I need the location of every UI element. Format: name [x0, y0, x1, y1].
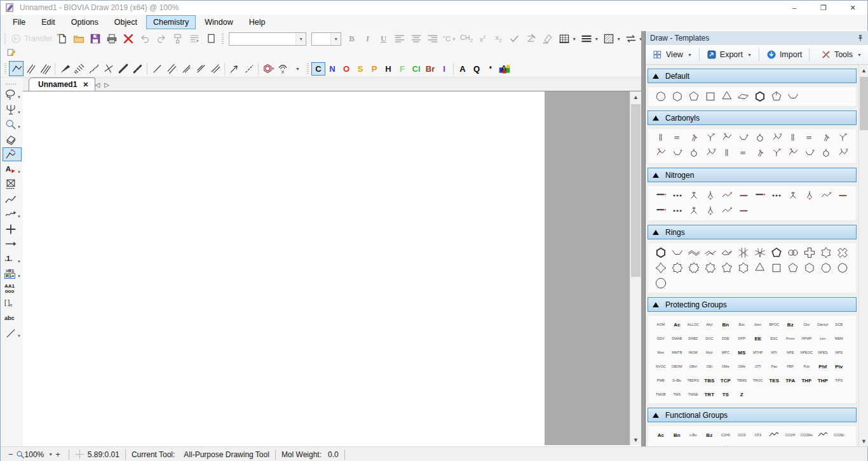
template-thp[interactable]: THP — [815, 378, 831, 384]
tools-button[interactable]: Tools ▼ — [817, 48, 865, 62]
template-hydroxylamine[interactable] — [702, 203, 719, 218]
template-diazonium[interactable] — [702, 188, 719, 203]
template-obom[interactable]: OBOM — [669, 364, 686, 368]
template-bpoc[interactable]: BPOC — [766, 323, 783, 326]
all-purpose-drawing-tool[interactable] — [9, 61, 24, 76]
template-anhydride[interactable] — [752, 146, 768, 161]
template-hydrazone[interactable] — [686, 203, 702, 218]
template-ac[interactable]: Ac — [653, 432, 669, 438]
template-co2me[interactable]: CO2Me — [799, 433, 815, 437]
template-troc[interactable]: TROC — [750, 378, 766, 382]
template-cyanamide[interactable] — [752, 188, 768, 203]
section-header-default[interactable]: Default — [648, 69, 857, 83]
line-weight[interactable]: ▼ — [578, 31, 600, 46]
template-cyclopentane[interactable] — [785, 260, 801, 276]
page-view[interactable] — [203, 31, 219, 46]
triple-bond[interactable] — [38, 61, 53, 76]
template-scallop-c[interactable] — [702, 260, 719, 276]
double-bond-right[interactable] — [208, 61, 222, 76]
template-pac[interactable]: Pac — [766, 364, 783, 368]
section-header-functional-groups[interactable]: Functional Groups — [648, 408, 857, 422]
wedge-bond[interactable] — [57, 61, 72, 76]
template-npeoc[interactable]: NPEOC — [799, 351, 815, 354]
print[interactable] — [104, 31, 120, 46]
all-purpose-drawing-tool[interactable] — [3, 147, 22, 161]
template-amine[interactable] — [653, 203, 669, 218]
template-tert-amine[interactable] — [719, 188, 735, 203]
export-button[interactable]: Export ▼ — [703, 48, 756, 62]
template-ccl3[interactable]: CCl3 — [734, 433, 750, 437]
double-either-bond[interactable] — [24, 61, 38, 76]
template-malonyl[interactable] — [785, 146, 801, 161]
template-pmb[interactable]: PMB — [653, 378, 669, 382]
template-obzl[interactable]: OBzl — [685, 364, 702, 368]
template-cyclopentadiene[interactable] — [768, 89, 785, 104]
double-bond[interactable] — [164, 61, 179, 76]
template-benzene[interactable] — [752, 89, 768, 104]
template-dnbz[interactable]: DNBZ — [685, 337, 702, 340]
template-mmtb[interactable]: MMTB — [669, 351, 686, 354]
template-tes[interactable]: TES — [766, 378, 783, 384]
template-dpp[interactable]: DPP — [734, 337, 750, 340]
superscript[interactable]: x2 — [475, 31, 491, 46]
reaction-arrow-tool[interactable] — [3, 237, 22, 251]
template-tbs[interactable]: TBS — [702, 378, 718, 384]
template-scallop-d[interactable] — [719, 260, 735, 276]
template-oms[interactable]: OMs — [734, 364, 750, 368]
template-pbf[interactable]: PBF — [782, 364, 799, 368]
zoom-in-button[interactable]: + — [53, 450, 63, 459]
template-chair2[interactable] — [686, 245, 702, 260]
template-fused-hash-b[interactable] — [752, 245, 768, 260]
template-isobutyryl[interactable] — [834, 146, 851, 161]
text-tool[interactable]: abc — [3, 312, 22, 326]
scroll-down-icon[interactable]: ▼ — [859, 436, 868, 446]
tab-scroll-left-icon[interactable]: ◁ — [95, 81, 100, 88]
template-cyclohexane[interactable] — [801, 260, 818, 276]
zoom-dropdown-icon[interactable]: ▼ — [48, 452, 53, 457]
template-dansyl[interactable]: Dansyl — [815, 323, 831, 326]
section-header-nitrogen[interactable]: Nitrogen — [648, 168, 857, 182]
annotate-page-icon[interactable] — [7, 48, 16, 57]
template-nitroso[interactable] — [818, 188, 834, 203]
template-esc[interactable]: ESC — [766, 337, 783, 340]
drawing-canvas[interactable] — [23, 91, 630, 445]
section-header-protecting-groups[interactable]: Protecting Groups — [648, 297, 857, 312]
benzene-template[interactable] — [261, 61, 275, 76]
template-cyclooctane[interactable] — [834, 260, 851, 276]
element-cl[interactable]: Cl — [409, 62, 423, 76]
zoom-out-button[interactable]: − — [6, 450, 16, 459]
align-right[interactable] — [424, 31, 441, 46]
scrollbar-thumb[interactable] — [860, 77, 868, 130]
underline[interactable]: U — [376, 31, 391, 46]
element-h[interactable]: H — [381, 62, 395, 76]
template-fmoc[interactable]: Fmoc — [782, 337, 799, 340]
template-cyclopentane[interactable] — [686, 89, 702, 104]
element-special-any[interactable]: * — [484, 62, 498, 76]
template-box-tool[interactable] — [3, 177, 22, 191]
hash-wedge-bond[interactable] — [72, 61, 86, 76]
template-moz[interactable]: Moz — [702, 351, 718, 354]
template-n-oxide[interactable] — [735, 203, 752, 218]
multi-select-tool[interactable]: ▼ — [3, 103, 22, 117]
eraser-tool[interactable] — [3, 133, 22, 147]
element-f[interactable]: F — [395, 62, 409, 76]
template-macrocycle[interactable] — [653, 276, 669, 291]
template-imine[interactable] — [785, 188, 801, 203]
template-ee[interactable]: EE — [750, 336, 766, 342]
orbital-tool[interactable] — [275, 61, 290, 76]
template-amide[interactable] — [735, 146, 752, 161]
palette-grip[interactable] — [6, 83, 17, 85]
undo[interactable] — [137, 31, 153, 46]
template-co2et[interactable]: CO2Et — [831, 433, 848, 437]
element-o[interactable]: O — [339, 62, 353, 76]
close-button[interactable]: ✕ — [838, 1, 867, 15]
more-bond-tools-dropdown[interactable]: ▼ — [290, 61, 304, 76]
template-ts[interactable]: TS — [717, 392, 734, 398]
template-half-chair[interactable] — [702, 245, 719, 260]
bold-dashed-bond[interactable] — [130, 61, 145, 76]
canvas-vertical-scrollbar[interactable]: ▲ ▼ — [630, 91, 641, 445]
curved-arrow-tool[interactable]: ▼ — [3, 207, 22, 221]
sequence-tool[interactable]: AA1ooo — [3, 282, 22, 296]
maximize-button[interactable]: ❐ — [809, 1, 838, 15]
crossed-double-bond[interactable] — [101, 61, 116, 76]
